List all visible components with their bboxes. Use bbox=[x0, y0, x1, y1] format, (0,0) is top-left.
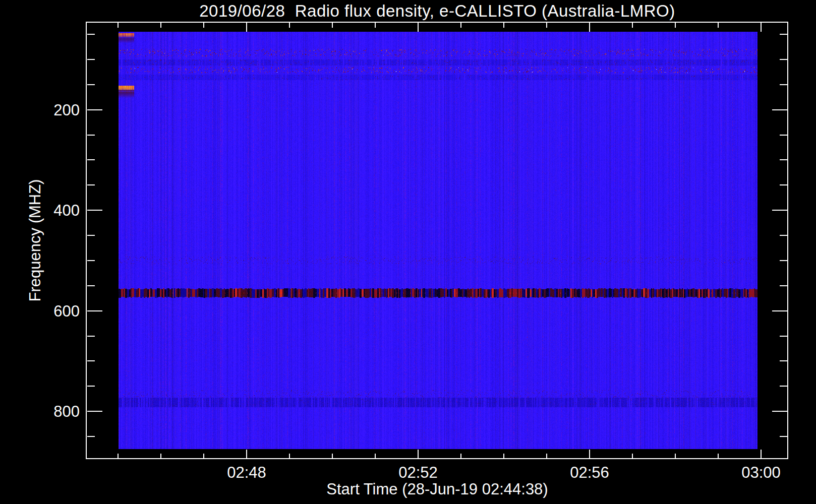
x-minor-tick bbox=[675, 454, 676, 459]
x-minor-tick-top bbox=[203, 23, 204, 28]
y-minor-tick-right bbox=[780, 184, 787, 185]
y-minor-tick-right bbox=[780, 84, 787, 85]
x-tick-label: 02:56 bbox=[554, 465, 625, 480]
y-major-tick bbox=[87, 109, 102, 110]
y-minor-tick-right bbox=[780, 260, 787, 261]
y-minor-tick bbox=[87, 235, 95, 236]
x-minor-tick bbox=[332, 454, 333, 459]
x-tick-label: 02:48 bbox=[211, 465, 282, 480]
y-major-tick bbox=[87, 411, 102, 412]
x-minor-tick-top bbox=[460, 23, 461, 28]
x-major-tick bbox=[246, 450, 247, 459]
x-minor-tick bbox=[160, 454, 161, 459]
x-major-tick-top bbox=[761, 23, 762, 32]
x-axis-title: Start Time (28-Jun-19 02:44:38) bbox=[86, 480, 788, 498]
x-tick-label: 03:00 bbox=[726, 465, 796, 480]
y-major-tick-right bbox=[772, 210, 787, 211]
y-minor-tick-right bbox=[780, 159, 787, 160]
y-minor-tick-right bbox=[780, 235, 787, 236]
y-minor-tick bbox=[87, 135, 95, 136]
x-major-tick bbox=[418, 450, 419, 459]
x-minor-tick bbox=[546, 454, 547, 459]
x-minor-tick bbox=[118, 454, 119, 459]
x-minor-tick-top bbox=[289, 23, 290, 28]
x-major-tick-top bbox=[418, 23, 419, 32]
x-major-tick bbox=[761, 450, 762, 459]
x-minor-tick-top bbox=[675, 23, 676, 28]
y-minor-tick bbox=[87, 59, 95, 60]
y-major-tick-right bbox=[772, 310, 787, 311]
x-minor-tick-top bbox=[160, 23, 161, 28]
y-minor-tick-right bbox=[780, 34, 787, 35]
y-minor-tick bbox=[87, 285, 95, 286]
y-minor-tick-right bbox=[780, 336, 787, 337]
y-minor-tick-right bbox=[780, 135, 787, 136]
y-minor-tick-right bbox=[780, 436, 787, 437]
x-minor-tick bbox=[718, 454, 719, 459]
y-minor-tick bbox=[87, 386, 95, 387]
y-minor-tick bbox=[87, 184, 95, 185]
y-minor-tick bbox=[87, 360, 95, 361]
y-minor-tick bbox=[87, 159, 95, 160]
x-minor-tick-top bbox=[632, 23, 633, 28]
y-minor-tick bbox=[87, 84, 95, 85]
spectrogram-page: { "chart_data": { "type": "heatmap", "ti… bbox=[0, 0, 816, 504]
x-minor-tick bbox=[375, 454, 376, 459]
x-minor-tick-top bbox=[546, 23, 547, 28]
x-major-tick-top bbox=[589, 23, 590, 32]
y-tick-label: 600 bbox=[30, 303, 80, 319]
x-minor-tick-top bbox=[118, 23, 119, 28]
x-minor-tick-top bbox=[332, 23, 333, 28]
x-minor-tick-top bbox=[375, 23, 376, 28]
x-minor-tick bbox=[503, 454, 504, 459]
x-major-tick-top bbox=[246, 23, 247, 32]
y-major-tick-right bbox=[772, 109, 787, 110]
plot-title: 2019/06/28 Radio flux density, e-CALLIST… bbox=[86, 2, 788, 21]
x-major-tick bbox=[589, 450, 590, 459]
y-minor-tick-right bbox=[780, 386, 787, 387]
y-minor-tick bbox=[87, 336, 95, 337]
y-minor-tick bbox=[87, 34, 95, 35]
y-major-tick-right bbox=[772, 411, 787, 412]
y-minor-tick-right bbox=[780, 285, 787, 286]
x-minor-tick bbox=[460, 454, 461, 459]
y-major-tick bbox=[87, 210, 102, 211]
y-minor-tick bbox=[87, 436, 95, 437]
x-minor-tick bbox=[632, 454, 633, 459]
y-major-tick bbox=[87, 310, 102, 311]
spectrogram-image bbox=[119, 32, 757, 449]
x-minor-tick bbox=[289, 454, 290, 459]
y-tick-label: 200 bbox=[30, 102, 80, 118]
x-minor-tick-top bbox=[718, 23, 719, 28]
x-minor-tick bbox=[203, 454, 204, 459]
y-tick-label: 800 bbox=[30, 404, 80, 419]
y-minor-tick bbox=[87, 260, 95, 261]
y-axis-title: Frequency (MHZ) bbox=[26, 179, 44, 302]
y-minor-tick-right bbox=[780, 59, 787, 60]
x-minor-tick-top bbox=[503, 23, 504, 28]
y-minor-tick-right bbox=[780, 360, 787, 361]
x-tick-label: 02:52 bbox=[383, 465, 453, 480]
